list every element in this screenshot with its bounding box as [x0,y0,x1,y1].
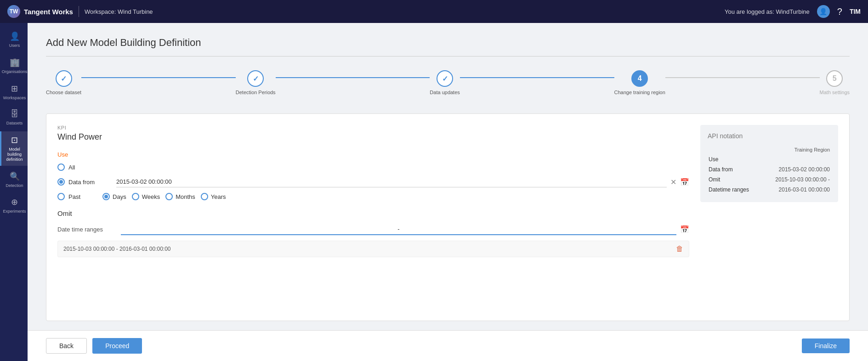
page: Add New Model Building Definition Choose… [28,23,868,330]
sidebar-item-organisations[interactable]: 🏢 Organisations [0,54,28,78]
username: TIM [850,8,861,15]
radio-data-from[interactable] [57,178,65,186]
step-label-3: Data updates [430,90,460,95]
stepper-line-3 [460,77,614,78]
step-label-5: Math settings [820,90,850,95]
avatar: 👤 [817,5,830,18]
app-name: Tangent Works [24,8,73,16]
date-range-label: Date time ranges [57,226,117,233]
radio-all-label: All [68,164,75,171]
radio-months-label: Months [176,193,195,200]
radio-data-from-label: Data from [68,179,105,186]
radio-row-data-from[interactable]: Data from ✕ 📅 [57,176,689,187]
step-circle-2 [247,70,264,87]
datasets-icon: 🗄 [11,109,19,119]
radio-days-label: Days [113,193,126,200]
past-years[interactable]: Years [201,193,226,200]
api-omit-value: 2015-10-03 00:00:00 - [760,175,831,185]
help-icon[interactable]: ? [837,6,842,17]
step-choose-dataset: Choose dataset [46,70,81,95]
date-from-input[interactable] [116,176,667,187]
back-button[interactable]: Back [46,338,87,354]
date-range-input[interactable] [121,224,676,235]
past-weeks[interactable]: Weeks [132,193,160,200]
footer-left: Back Proceed [46,338,142,354]
finalize-button[interactable]: Finalize [802,338,850,353]
sidebar-label-datasets: Datasets [6,121,23,126]
workspace-label: Workspace: Wind Turbine [85,8,153,15]
step-label-2: Detection Periods [236,90,276,95]
topnav-right: You are logged as: WindTurbine 👤 ? TIM [725,5,861,18]
sidebar-item-datasets[interactable]: 🗄 Datasets [0,106,28,130]
radio-years[interactable] [201,193,208,200]
app-logo: TW Tangent Works [7,5,73,18]
api-data-from-label: Data from [708,164,760,175]
step-number-5: 5 [833,74,837,83]
model-building-icon: ⊡ [11,135,18,145]
sidebar-label-model-building: Modelbuildingdefinition [6,147,23,162]
step-data-updates: Data updates [430,70,460,95]
check-icon-3 [442,74,448,83]
card: KPI Wind Power Use All [46,113,850,321]
organisations-icon: 🏢 [10,57,20,68]
sidebar: 👤 Users 🏢 Organisations ⊞ Workspaces 🗄 D… [0,23,28,361]
delete-omit-icon[interactable]: 🗑 [676,245,683,253]
sidebar-label-detection: Detection [6,183,23,188]
date-range-row: Date time ranges 📅 [57,224,689,235]
step-math-settings: 5 Math settings [820,70,850,95]
step-circle-4: 4 [631,70,648,87]
card-inner: KPI Wind Power Use All [57,125,838,257]
step-label-1: Choose dataset [46,90,81,95]
step-circle-3 [437,70,453,87]
card-main: KPI Wind Power Use All [57,125,689,257]
radio-past-label: Past [68,193,80,200]
step-circle-1 [56,70,72,87]
radio-all[interactable] [57,164,65,171]
stepper-line-4 [665,77,820,78]
sidebar-item-users[interactable]: 👤 Users [0,28,28,52]
radio-months[interactable] [165,193,173,200]
topnav: TW Tangent Works Workspace: Wind Turbine… [0,0,868,23]
api-training-region-header: Training Region [708,145,831,154]
calendar-icon[interactable]: 📅 [680,178,689,186]
omit-item-value: 2015-10-03 00:00:00 - 2016-03-01 00:00:0… [63,246,171,252]
calendar-omit-icon[interactable]: 📅 [680,225,689,234]
stepper-line-1 [81,77,236,78]
api-omit-label: Omit [708,175,760,185]
use-radio-group: All Data from ✕ 📅 [57,164,689,200]
step-circle-5: 5 [826,70,843,87]
clear-date-icon[interactable]: ✕ [670,178,676,186]
logged-in-label: You are logged as: WindTurbine [725,8,810,15]
api-panel-title: API notation [708,132,831,140]
radio-days[interactable] [102,193,110,200]
step-change-training-region: 4 Change training region [614,70,665,95]
api-data-from-value: 2015-03-02 00:00:00 [760,164,831,175]
radio-years-label: Years [211,193,226,200]
radio-past[interactable] [57,193,65,200]
detection-icon: 🔍 [10,171,20,181]
radio-row-all[interactable]: All [57,164,689,171]
check-icon-2 [253,74,259,83]
sidebar-item-detection[interactable]: 🔍 Detection [0,168,28,192]
stepper: Choose dataset Detection Periods Data up… [46,66,850,104]
api-table: Training Region Use Data from 2015-03-02… [708,145,831,195]
sidebar-item-model-building[interactable]: ⊡ Modelbuildingdefinition [0,131,28,165]
radio-row-past[interactable]: Past Days Weeks [57,193,689,200]
api-use-value [760,154,831,164]
proceed-button[interactable]: Proceed [92,338,142,354]
radio-weeks[interactable] [132,193,139,200]
date-from-input-row: ✕ 📅 [116,176,689,187]
sidebar-item-experiments[interactable]: ⊕ Experiments [0,193,28,218]
logo-icon: TW [7,5,20,18]
sidebar-label-experiments: Experiments [3,209,26,214]
omit-item: 2015-10-03 00:00:00 - 2016-03-01 00:00:0… [57,241,689,257]
experiments-icon: ⊕ [11,197,18,207]
omit-title: Omit [57,209,689,217]
past-months[interactable]: Months [165,193,195,200]
page-title: Add New Model Building Definition [46,37,850,56]
past-days[interactable]: Days [102,193,126,200]
radio-weeks-label: Weeks [142,193,160,200]
past-options: Days Weeks Months [102,193,226,200]
use-section-label: Use [57,151,689,158]
sidebar-item-workspaces[interactable]: ⊞ Workspaces [0,80,28,104]
